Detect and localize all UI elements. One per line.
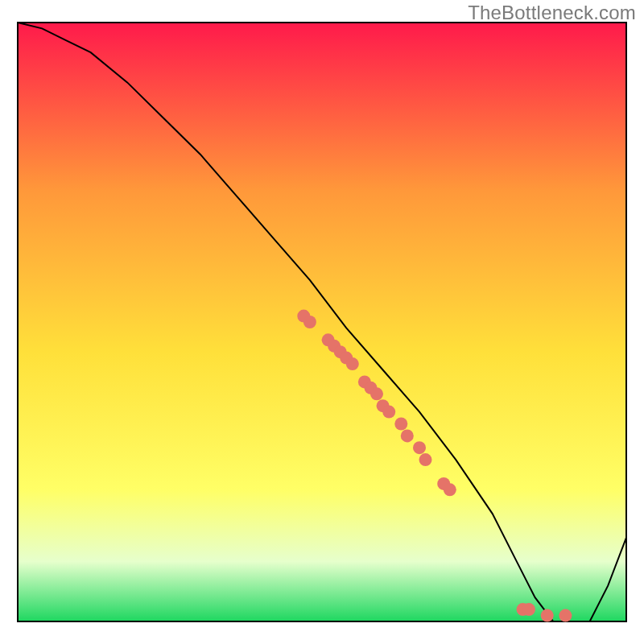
curve-marker: [419, 453, 432, 466]
curve-marker: [370, 387, 383, 400]
curve-marker: [559, 609, 572, 622]
watermark-text: TheBottleneck.com: [468, 2, 636, 24]
curve-marker: [382, 406, 395, 419]
curve-marker: [444, 483, 456, 496]
curve-marker: [394, 418, 407, 431]
plot-background: [18, 23, 626, 621]
chart-stage: TheBottleneck.com: [0, 0, 644, 644]
curve-marker: [522, 603, 535, 616]
curve-marker: [413, 441, 426, 454]
curve-marker: [346, 357, 359, 370]
bottleneck-chart: [0, 0, 644, 644]
curve-marker: [541, 609, 554, 622]
curve-marker: [401, 429, 414, 442]
curve-marker: [303, 316, 316, 328]
